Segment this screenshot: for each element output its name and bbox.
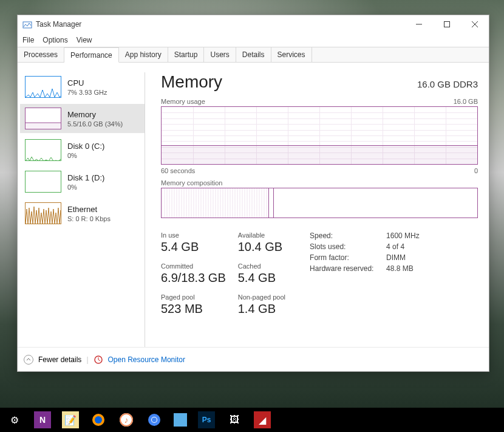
open-resource-monitor-link[interactable]: Open Resource Monitor: [108, 355, 185, 364]
x-axis-right: 0: [474, 167, 478, 174]
memory-sparkline: [25, 108, 61, 129]
usage-label: Memory usage: [161, 98, 205, 105]
sidebar-item-label: Memory: [67, 110, 140, 119]
svg-point-16: [152, 417, 157, 422]
composition-standby-free: [274, 188, 477, 218]
menu-file[interactable]: File: [22, 36, 34, 44]
ethernet-sparkline: [25, 202, 61, 224]
stat-available: Available 10.4 GB: [238, 231, 285, 254]
svg-line-8: [98, 360, 100, 361]
sidebar-item-label: Ethernet: [67, 205, 140, 214]
page-subtitle: 16.0 GB DDR3: [417, 79, 478, 89]
composition-inuse: [162, 188, 269, 218]
stat-nonpaged: Non-paged pool 1.4 GB: [238, 293, 285, 316]
app-icon[interactable]: [174, 413, 187, 427]
taskbar[interactable]: ⚙ N 📝 ♪ Ps 🖼 ◢: [0, 408, 504, 432]
disk0-sparkline: [25, 139, 61, 161]
composition-modified: [269, 188, 274, 218]
fewer-details-link[interactable]: Fewer details: [38, 355, 81, 364]
collapse-icon[interactable]: [24, 355, 33, 365]
sidebar-item-cpu[interactable]: CPU 7% 3.93 GHz: [20, 72, 145, 101]
tabbar: Processes Performance App history Startu…: [18, 47, 489, 63]
window-title: Task Manager: [36, 20, 405, 29]
tab-processes[interactable]: Processes: [18, 47, 64, 62]
tab-services[interactable]: Services: [271, 47, 312, 62]
tab-performance[interactable]: Performance: [64, 47, 119, 63]
memory-composition-bar: [161, 188, 478, 218]
tab-details[interactable]: Details: [236, 47, 271, 62]
app-icon: [22, 19, 32, 29]
menu-view[interactable]: View: [77, 36, 92, 44]
maximize-button[interactable]: [433, 15, 461, 33]
main-panel: Memory 16.0 GB DDR3 Memory usage 16.0 GB…: [150, 72, 489, 347]
svg-point-10: [95, 416, 102, 423]
itunes-icon[interactable]: ♪: [118, 411, 135, 428]
photos-icon[interactable]: 🖼: [226, 411, 243, 428]
stat-cached: Cached 5.4 GB: [238, 262, 285, 285]
tab-startup[interactable]: Startup: [168, 47, 205, 62]
sidebar-item-stat: 5.5/16.0 GB (34%): [67, 120, 140, 128]
sidebar-item-memory[interactable]: Memory 5.5/16.0 GB (34%): [20, 104, 145, 133]
firefox-icon[interactable]: [90, 411, 107, 428]
sidebar-item-label: Disk 1 (D:): [67, 173, 140, 182]
sidebar-item-ethernet[interactable]: Ethernet S: 0 R: 0 Kbps: [20, 199, 145, 228]
page-title: Memory: [161, 72, 222, 92]
notepad-icon[interactable]: 📝: [62, 411, 79, 428]
svg-rect-2: [444, 22, 450, 27]
titlebar[interactable]: Task Manager: [18, 15, 489, 33]
photoshop-icon[interactable]: Ps: [198, 411, 215, 428]
chrome-icon[interactable]: [146, 411, 163, 428]
stat-in-use: In use 5.4 GB: [161, 231, 226, 254]
disk1-sparkline: [25, 171, 61, 193]
task-manager-window: Task Manager File Options View Processes…: [17, 15, 489, 372]
minimize-button[interactable]: [405, 15, 433, 33]
hardware-info: Speed:1600 MHz Slots used:4 of 4 Form fa…: [310, 231, 420, 316]
cpu-sparkline: [25, 76, 61, 98]
menu-options[interactable]: Options: [43, 36, 67, 44]
stat-committed: Committed 6.9/18.3 GB: [161, 262, 226, 285]
dota-icon[interactable]: ◢: [254, 411, 271, 428]
usage-max: 16.0 GB: [454, 98, 478, 105]
tab-users[interactable]: Users: [204, 47, 236, 62]
composition-label: Memory composition: [161, 179, 478, 187]
sidebar: CPU 7% 3.93 GHz Memory 5.5/16.0 GB (34%): [18, 72, 145, 347]
x-axis-left: 60 seconds: [161, 167, 195, 174]
sidebar-item-stat: S: 0 R: 0 Kbps: [67, 215, 140, 222]
onenote-icon[interactable]: N: [34, 411, 51, 428]
sidebar-item-disk1[interactable]: Disk 1 (D:) 0%: [20, 167, 145, 196]
stat-paged: Paged pool 523 MB: [161, 293, 226, 316]
sidebar-item-label: CPU: [67, 78, 140, 87]
sidebar-item-label: Disk 0 (C:): [67, 142, 140, 151]
svg-text:♪: ♪: [124, 415, 129, 425]
menubar: File Options View: [18, 33, 489, 47]
memory-usage-chart: [161, 106, 478, 165]
tab-app-history[interactable]: App history: [119, 47, 168, 62]
sidebar-item-stat: 0%: [67, 183, 140, 191]
sidebar-item-stat: 7% 3.93 GHz: [67, 89, 140, 96]
resmon-icon: [94, 355, 103, 365]
sidebar-item-stat: 0%: [67, 152, 140, 159]
sidebar-item-disk0[interactable]: Disk 0 (C:) 0%: [20, 135, 145, 165]
settings-icon[interactable]: ⚙: [6, 411, 23, 428]
svg-rect-5: [26, 123, 61, 129]
close-button[interactable]: [461, 15, 489, 33]
footer: Fewer details | Open Resource Monitor: [18, 347, 489, 371]
